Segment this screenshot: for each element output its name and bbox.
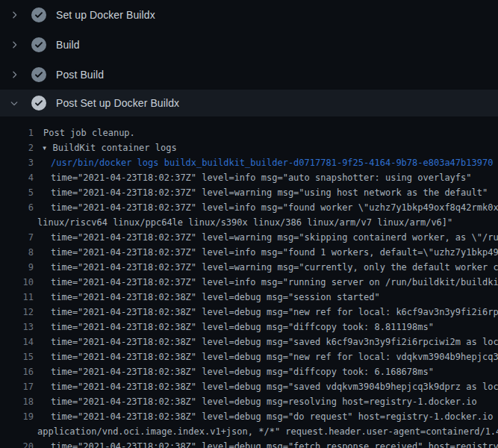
log-line: 10 time="2021-04-23T18:02:37Z" level=inf… [0, 275, 498, 290]
log-line: 14 time="2021-04-23T18:02:38Z" level=deb… [0, 335, 498, 349]
log-line-text: time="2021-04-23T18:02:38Z" level=debug … [34, 379, 498, 394]
step-log-area: 1 Post job cleanup. 2 ▾ BuildKit contain… [0, 116, 498, 448]
group-toggle-icon[interactable]: ▾ [42, 143, 52, 153]
log-line: 4 time="2021-04-23T18:02:37Z" level=info… [0, 170, 498, 185]
log-line-text: time="2021-04-23T18:02:38Z" level=debug … [34, 364, 434, 379]
log-line-text: time="2021-04-23T18:02:37Z" level=info m… [34, 275, 498, 290]
check-circle-icon [31, 7, 46, 22]
log-line-text: time="2021-04-23T18:02:38Z" level=debug … [34, 335, 498, 349]
workflow-log-viewer[interactable]: Set up Docker Buildx Build Post Build [0, 0, 498, 448]
log-line: 3 /usr/bin/docker logs buildx_buildkit_b… [0, 155, 498, 170]
log-line: 18 time="2021-04-23T18:02:38Z" level=deb… [0, 394, 498, 409]
check-circle-icon [31, 37, 46, 52]
log-line-number[interactable]: 5 [0, 185, 34, 200]
section-header-build[interactable]: Build [0, 30, 498, 60]
log-line-text: time="2021-04-23T18:02:38Z" level=debug … [34, 290, 380, 305]
chevron-right-icon [9, 10, 25, 20]
log-line-number[interactable]: 1 [0, 125, 34, 140]
log-line-text: time="2021-04-23T18:02:37Z" level=info m… [34, 200, 498, 215]
log-line-number[interactable]: 3 [0, 155, 34, 170]
chevron-right-icon [9, 40, 25, 50]
log-line-text: time="2021-04-23T18:02:37Z" level=warnin… [34, 230, 498, 245]
log-line: 2 ▾ BuildKit container logs [0, 140, 498, 155]
log-line-number[interactable]: 4 [0, 170, 34, 185]
log-line: 11 time="2021-04-23T18:02:38Z" level=deb… [0, 290, 498, 305]
log-line: 16 time="2021-04-23T18:02:38Z" level=deb… [0, 364, 498, 379]
log-line: linux/riscv64 linux/ppc64le linux/s390x … [0, 215, 498, 230]
log-line-number[interactable]: 15 [0, 349, 34, 364]
log-line-number[interactable]: 6 [0, 200, 34, 215]
log-line-number[interactable]: 9 [0, 260, 34, 275]
section-title: Post Set up Docker Buildx [56, 97, 179, 109]
log-line-text: time="2021-04-23T18:02:38Z" level=debug … [34, 320, 434, 335]
section-title: Build [56, 39, 80, 51]
log-line-number[interactable]: 10 [0, 275, 34, 290]
step-list: Set up Docker Buildx Build Post Build [0, 0, 498, 116]
chevron-down-icon [9, 98, 25, 108]
log-line: 7 time="2021-04-23T18:02:37Z" level=warn… [0, 230, 498, 245]
log-line-text: linux/riscv64 linux/ppc64le linux/s390x … [34, 215, 452, 230]
log-line: 15 time="2021-04-23T18:02:38Z" level=deb… [0, 349, 498, 364]
log-line-number[interactable]: 18 [0, 394, 34, 409]
log-line-number [0, 424, 34, 439]
section-header-post-build[interactable]: Post Build [0, 60, 498, 90]
section-title: Post Build [56, 69, 104, 81]
log-line-number [0, 215, 34, 230]
log-line-text: time="2021-04-23T18:02:37Z" level=warnin… [34, 260, 498, 275]
log-line-text: time="2021-04-23T18:02:38Z" level=debug … [34, 439, 498, 448]
log-line-number[interactable]: 16 [0, 364, 34, 379]
check-circle-icon [31, 67, 46, 82]
log-line-number[interactable]: 12 [0, 305, 34, 320]
log-line-number[interactable]: 19 [0, 409, 34, 424]
log-line-number[interactable]: 8 [0, 245, 34, 260]
log-line-number[interactable]: 17 [0, 379, 34, 394]
log-line-number[interactable]: 20 [0, 439, 34, 448]
check-circle-icon [31, 96, 46, 111]
log-line-text: time="2021-04-23T18:02:37Z" level=info m… [34, 170, 472, 185]
log-line: 9 time="2021-04-23T18:02:37Z" level=warn… [0, 260, 498, 275]
log-line-text: Post job cleanup. [34, 125, 135, 140]
log-line-text: time="2021-04-23T18:02:38Z" level=debug … [34, 305, 498, 320]
log-line-text: time="2021-04-23T18:02:37Z" level=warnin… [34, 185, 488, 200]
log-line: 12 time="2021-04-23T18:02:38Z" level=deb… [0, 305, 498, 320]
log-line-text: time="2021-04-23T18:02:37Z" level=info m… [34, 245, 498, 260]
log-line-number[interactable]: 7 [0, 230, 34, 245]
chevron-right-icon [9, 69, 25, 80]
log-line: 19 time="2021-04-23T18:02:38Z" level=deb… [0, 409, 498, 424]
log-line: 5 time="2021-04-23T18:02:37Z" level=warn… [0, 185, 498, 200]
log-line-text: time="2021-04-23T18:02:38Z" level=debug … [34, 409, 498, 424]
log-line-number[interactable]: 2 [0, 140, 34, 155]
log-line-number[interactable]: 13 [0, 320, 34, 335]
log-line: 17 time="2021-04-23T18:02:38Z" level=deb… [0, 379, 498, 394]
log-line-text: time="2021-04-23T18:02:38Z" level=debug … [34, 394, 477, 409]
log-group-title[interactable]: ▾ BuildKit container logs [34, 140, 177, 155]
log-line-text: application/vnd.oci.image.index.v1+json,… [34, 424, 498, 439]
log-line: 1 Post job cleanup. [0, 125, 498, 140]
log-line: 13 time="2021-04-23T18:02:38Z" level=deb… [0, 320, 498, 335]
log-line-number[interactable]: 14 [0, 335, 34, 349]
log-line-text: time="2021-04-23T18:02:38Z" level=debug … [34, 349, 498, 364]
section-header-set-up-docker-buildx[interactable]: Set up Docker Buildx [0, 0, 498, 30]
log-line-number[interactable]: 11 [0, 290, 34, 305]
log-line: 6 time="2021-04-23T18:02:37Z" level=info… [0, 200, 498, 215]
log-line: 8 time="2021-04-23T18:02:37Z" level=info… [0, 245, 498, 260]
log-command-text: /usr/bin/docker logs buildx_buildkit_bui… [34, 155, 493, 170]
log-line: application/vnd.oci.image.index.v1+json,… [0, 424, 498, 439]
log-line: 20 time="2021-04-23T18:02:38Z" level=deb… [0, 439, 498, 448]
section-header-post-set-up-docker-buildx[interactable]: Post Set up Docker Buildx [0, 90, 498, 116]
section-title: Set up Docker Buildx [56, 9, 155, 21]
